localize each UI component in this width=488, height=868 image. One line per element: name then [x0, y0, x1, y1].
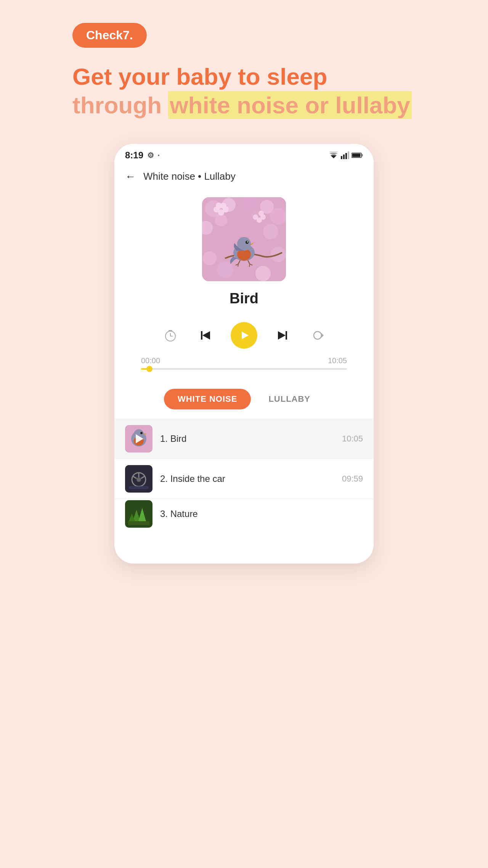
track-item-3[interactable]: 3. Nature	[114, 499, 374, 529]
svg-point-63	[136, 477, 141, 482]
phone-mockup: 8:19 •	[114, 144, 374, 564]
bird-illustration	[202, 197, 286, 281]
svg-point-43	[253, 214, 258, 220]
play-icon	[238, 329, 250, 341]
svg-rect-6	[348, 151, 349, 159]
time-current: 00:00	[141, 356, 160, 365]
track-thumb-3	[125, 500, 152, 528]
track-info-3: 3. Nature	[160, 509, 355, 519]
back-button[interactable]: ←	[125, 171, 136, 183]
svg-point-28	[216, 203, 222, 209]
svg-rect-4	[343, 155, 345, 159]
progress-thumb	[146, 366, 152, 372]
check-badge: Check7.	[72, 23, 147, 48]
svg-point-22	[217, 261, 233, 278]
track-info-1: 1. Bird	[160, 433, 334, 444]
page-container: Check7. Get your baby to sleep through w…	[72, 23, 416, 564]
svg-rect-8	[352, 153, 361, 157]
play-overlay-1	[125, 425, 152, 453]
svg-rect-67	[129, 486, 149, 489]
time-total: 10:05	[328, 356, 347, 365]
svg-marker-51	[242, 332, 249, 339]
track-name-1: 1. Bird	[160, 433, 334, 444]
svg-point-34	[247, 241, 248, 242]
headline-line2-prefix: through	[72, 92, 168, 118]
svg-marker-53	[278, 331, 286, 340]
player-controls	[161, 318, 327, 356]
tab-white-noise[interactable]: WHITE NOISE	[164, 389, 251, 409]
track-thumb-nature	[125, 500, 152, 528]
svg-rect-5	[345, 153, 347, 159]
track-duration-2: 09:59	[342, 474, 363, 484]
timer-icon	[164, 329, 177, 342]
nav-title: White noise • Lullaby	[143, 171, 236, 182]
top-nav: ← White noise • Lullaby	[114, 164, 374, 190]
prev-button[interactable]	[196, 325, 215, 345]
track-item-2[interactable]: 2. Inside the car 09:59	[114, 459, 374, 499]
svg-rect-3	[341, 156, 342, 159]
svg-point-23	[255, 266, 271, 281]
svg-point-44	[258, 211, 264, 216]
wifi-icon	[329, 151, 339, 159]
track-list: 1. Bird 10:05	[114, 419, 374, 529]
repeat-button[interactable]	[308, 325, 327, 345]
tab-bar: WHITE NOISE LULLABY	[114, 381, 374, 419]
headline-line2: through white noise or lullaby	[72, 90, 412, 121]
timer-button[interactable]	[161, 325, 180, 345]
progress-bar[interactable]	[141, 368, 347, 370]
status-time: 8:19	[125, 150, 143, 161]
track-thumb-car	[125, 465, 152, 493]
progress-section: 00:00 10:05	[130, 356, 358, 377]
headline-highlight: white noise or lullaby	[168, 91, 411, 119]
status-icons	[329, 151, 363, 159]
tab-lullaby[interactable]: LULLABY	[255, 389, 324, 409]
repeat-icon	[311, 329, 324, 342]
svg-rect-49	[201, 331, 202, 340]
track-thumb-1	[125, 425, 152, 453]
signal-icon	[341, 151, 349, 159]
svg-point-15	[270, 208, 286, 225]
play-triangle-1	[136, 434, 143, 443]
prev-icon	[199, 329, 212, 342]
track-thumb-2	[125, 465, 152, 493]
track-name-2: 2. Inside the car	[160, 473, 334, 484]
status-left: 8:19 •	[125, 150, 159, 161]
track-duration-1: 10:05	[342, 434, 363, 444]
svg-rect-52	[286, 331, 287, 340]
svg-rect-72	[128, 521, 149, 525]
play-button[interactable]	[231, 322, 257, 349]
status-bar: 8:19 •	[114, 144, 374, 164]
next-icon	[276, 329, 289, 342]
svg-point-21	[203, 251, 217, 265]
track-name-3: 3. Nature	[160, 509, 355, 519]
track-info-2: 2. Inside the car	[160, 473, 334, 484]
svg-line-40	[249, 264, 250, 267]
svg-marker-50	[202, 331, 210, 340]
next-button[interactable]	[273, 325, 292, 345]
svg-point-18	[215, 214, 227, 226]
headline-line1: Get your baby to sleep	[72, 63, 327, 90]
time-labels: 00:00 10:05	[141, 356, 347, 365]
svg-rect-9	[361, 154, 363, 156]
track-item-1[interactable]: 1. Bird 10:05	[114, 419, 374, 459]
svg-line-37	[238, 264, 238, 267]
svg-point-17	[263, 224, 278, 239]
battery-icon	[352, 152, 363, 158]
notification-dot: •	[158, 153, 159, 158]
album-section: Bird	[114, 190, 374, 381]
svg-rect-48	[169, 330, 172, 331]
album-art	[202, 197, 286, 281]
gear-icon	[147, 151, 154, 160]
track-title: Bird	[230, 290, 258, 307]
